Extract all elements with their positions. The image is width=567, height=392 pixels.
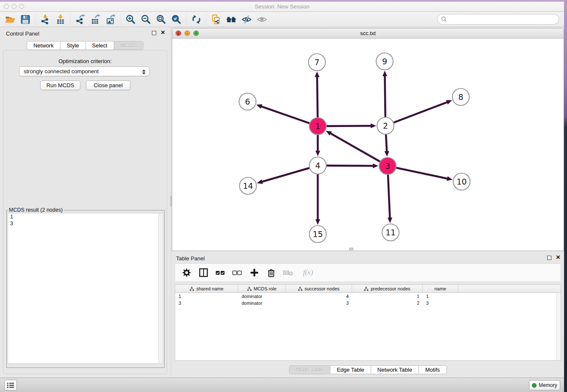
zoom-in-button[interactable] [123, 13, 138, 26]
column-header-name[interactable]: name [423, 285, 458, 293]
close-panel-icon[interactable]: × [161, 28, 165, 37]
column-header-MCDS-role[interactable]: MCDS role [238, 285, 286, 293]
clone-network-icon [211, 14, 222, 25]
table-scrollbar[interactable] [556, 293, 561, 360]
tab-motifs[interactable]: Motifs [419, 365, 447, 374]
export-table-icon [90, 14, 101, 25]
zoom-out-button[interactable] [138, 13, 154, 26]
result-scrollbar[interactable] [158, 213, 163, 363]
new-network-from-selection-button[interactable] [209, 13, 224, 26]
toolbar-separator [70, 14, 71, 25]
function-builder-button-disabled: f(x) [300, 267, 317, 278]
cell-shared-name[interactable]: 3 [175, 300, 238, 306]
table-body: 1dominator4113dominator323 [175, 293, 561, 360]
show-all-button[interactable] [254, 13, 270, 26]
cell-name[interactable]: 3 [423, 300, 458, 306]
column-header-successor-nodes[interactable]: successor nodes [286, 285, 352, 293]
first-neighbors-button[interactable] [224, 13, 239, 26]
column-header-predecessor-nodes[interactable]: predecessor nodes [352, 285, 423, 293]
cell-successor-nodes[interactable]: 3 [286, 300, 352, 306]
window-titlebar: Session: New Session [0, 0, 564, 12]
import-network-button[interactable] [38, 13, 53, 26]
toolbar-separator [206, 14, 206, 25]
desktop: Session: New Session [0, 0, 567, 392]
cell-predecessor-nodes[interactable]: 1 [352, 293, 423, 300]
graph-edge-3-10[interactable] [395, 168, 448, 179]
criterion-dropdown[interactable]: strongly connected component [19, 66, 149, 76]
hide-selected-button[interactable] [239, 13, 254, 26]
cell-successor-nodes[interactable]: 4 [286, 293, 352, 300]
mcds-result-line: 1 [8, 213, 163, 220]
graph-node-label: 6 [245, 97, 250, 106]
zoom-selected-button[interactable] [169, 13, 184, 26]
run-mcds-button[interactable]: Run MCDS [40, 80, 80, 90]
table-tabs: Node TableEdge TableNetwork TableMotifs [172, 365, 564, 374]
table-panel-header: Table Panel × [172, 252, 564, 265]
open-session-button[interactable] [3, 13, 18, 26]
canvas-scrollbar-thumb[interactable] [349, 248, 353, 250]
list-icon [6, 381, 15, 389]
cell-predecessor-nodes[interactable]: 2 [352, 300, 423, 306]
cell-shared-name[interactable]: 1 [175, 293, 238, 300]
graph-edge-3-11[interactable] [388, 173, 390, 218]
graph-edge-4-3[interactable] [325, 166, 374, 166]
mcds-result-text[interactable]: 13 [8, 213, 163, 364]
export-image-button[interactable] [103, 13, 118, 26]
float-panel-icon[interactable] [152, 31, 156, 35]
graph-edge-2-8[interactable] [392, 102, 448, 123]
export-network-button[interactable] [73, 13, 88, 26]
tab-mcds[interactable]: MCDS [114, 41, 143, 50]
table-settings-button[interactable] [181, 267, 192, 278]
graph-edge-1-7[interactable] [317, 76, 317, 119]
graph-edge-1-2[interactable] [325, 126, 372, 126]
network-canvas[interactable]: 7968124314101511 [172, 39, 564, 251]
eye-slash-icon [241, 14, 252, 25]
export-image-icon [105, 14, 116, 25]
table-panel: Table Panel × [172, 252, 564, 378]
graph-edge-2-3[interactable] [386, 133, 387, 152]
search-input[interactable] [437, 14, 559, 25]
graph-node-label: 9 [382, 57, 387, 66]
column-header-shared-name[interactable]: shared name [175, 285, 238, 293]
refresh-icon [191, 14, 202, 25]
save-session-button[interactable] [18, 13, 33, 26]
tab-select[interactable]: Select [86, 41, 114, 50]
export-table-button[interactable] [88, 13, 103, 26]
toggle-panes-button[interactable] [198, 267, 209, 278]
zoom-in-icon [125, 14, 136, 25]
select-all-button[interactable] [215, 267, 226, 278]
float-table-panel-icon[interactable] [547, 256, 551, 260]
tab-network[interactable]: Network [27, 41, 61, 50]
close-panel-button[interactable]: Close panel [86, 80, 130, 90]
graph-node-label: 15 [313, 229, 323, 239]
delete-column-button[interactable] [266, 267, 277, 278]
import-table-button[interactable] [53, 13, 68, 26]
app-window: Session: New Session [0, 0, 564, 392]
cell-MCDS-role[interactable]: dominator [238, 300, 286, 306]
memory-button[interactable]: Memory [529, 380, 560, 390]
cell-MCDS-role[interactable]: dominator [238, 293, 286, 300]
graph-edge-1-6[interactable] [261, 106, 311, 124]
deselect-all-button[interactable] [232, 267, 243, 278]
table-row[interactable]: 1dominator411 [175, 293, 561, 300]
cell-name[interactable]: 1 [423, 293, 458, 300]
tab-network-table[interactable]: Network Table [371, 365, 419, 374]
task-history-button[interactable] [4, 380, 17, 391]
zoom-out-icon [140, 14, 151, 25]
graph-edge-3-1[interactable] [330, 133, 382, 162]
delete-table-button-disabled [283, 267, 294, 278]
graph-edge-4-14[interactable] [261, 168, 311, 182]
delete-table-icon [283, 268, 294, 277]
control-panel-header: Control Panel × [0, 27, 170, 40]
table-row[interactable]: 3dominator323 [175, 300, 561, 306]
graph-edge-2-9[interactable] [385, 75, 385, 119]
apply-layout-button[interactable] [189, 13, 204, 26]
mcds-result-group: MCDS result (2 nodes) 13 [6, 207, 165, 368]
add-column-button[interactable] [249, 267, 260, 278]
tab-style[interactable]: Style [61, 41, 86, 50]
zoom-fit-button[interactable] [154, 13, 169, 26]
sort-tree-icon [364, 287, 369, 291]
tab-edge-table[interactable]: Edge Table [330, 365, 371, 374]
tab-node-table[interactable]: Node Table [289, 365, 330, 374]
close-table-panel-icon[interactable]: × [556, 253, 560, 262]
